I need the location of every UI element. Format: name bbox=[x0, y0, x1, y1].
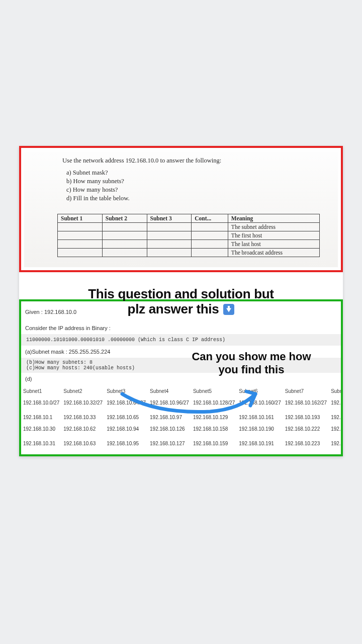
qth: Meaning bbox=[228, 214, 319, 222]
overlay2-line2: you find this bbox=[219, 363, 285, 376]
qth: Subnet 3 bbox=[147, 214, 192, 222]
question-table: Subnet 1 Subnet 2 Subnet 3 Cont... Meani… bbox=[57, 214, 320, 257]
table-row: 192.168.10.30 192.168.10.62 192.168.10.9… bbox=[21, 423, 343, 435]
table-header-row: Subnet1 Subnet2 Subnet3 Subnet4 Subnet5 … bbox=[21, 385, 343, 397]
qth: Subnet 1 bbox=[58, 214, 103, 222]
question-lead: Use the network address 192.168.10.0 to … bbox=[62, 157, 334, 165]
th: Subnet5 bbox=[191, 385, 237, 397]
q-item-c: c) How many hosts? bbox=[66, 186, 334, 194]
solution-frame: Given : 192.168.10.0 Consider the IP add… bbox=[19, 299, 343, 456]
question-list: a) Subnet mask? b) How many subnets? c) … bbox=[66, 169, 334, 203]
table-row: 192.168.10.0/27 192.168.10.32/27 192.168… bbox=[21, 397, 343, 409]
th: Subnet4 bbox=[148, 385, 191, 397]
th: Subne bbox=[329, 385, 343, 397]
th: Subnet6 bbox=[237, 385, 283, 397]
qth: Cont... bbox=[192, 214, 228, 222]
sub-overlay: Can you show me how you find this bbox=[171, 350, 332, 377]
th: Subnet1 bbox=[21, 385, 61, 397]
th: Subnet3 bbox=[105, 385, 148, 397]
subnet-table: Subnet1 Subnet2 Subnet3 Subnet4 Subnet5 … bbox=[21, 385, 343, 449]
headline-line2: plz answer this bbox=[128, 301, 219, 316]
binary-line: 11000000.10101000.00001010 .00000000 (Wh… bbox=[21, 334, 341, 346]
question-frame: Use the network address 192.168.10.0 to … bbox=[19, 146, 343, 272]
q-item-d: d) Fill in the table below. bbox=[66, 194, 334, 203]
qmean: The broadcast address bbox=[228, 248, 319, 257]
qmean: The first host bbox=[228, 231, 319, 239]
qth: Subnet 2 bbox=[102, 214, 147, 222]
down-arrow-icon bbox=[223, 304, 234, 315]
qmean: The subnet address bbox=[228, 222, 319, 231]
th: Subnet2 bbox=[61, 385, 105, 397]
q-item-b: b) How many subnets? bbox=[66, 177, 334, 186]
table-row: 192.168.10.31 192.168.10.63 192.168.10.9… bbox=[21, 435, 343, 449]
document-card: Use the network address 192.168.10.0 to … bbox=[19, 146, 343, 456]
th: Subnet7 bbox=[283, 385, 329, 397]
headline-overlay: This question and solution but plz answe… bbox=[19, 287, 343, 317]
consider-line: Consider the IP address in Binary : bbox=[21, 324, 341, 333]
qmean: The last host bbox=[228, 239, 319, 248]
q-item-a: a) Subnet mask? bbox=[66, 169, 334, 177]
table-row: 192.168.10.1 192.168.10.33 192.168.10.65… bbox=[21, 409, 343, 423]
overlay2-line1: Can you show me how bbox=[192, 350, 311, 363]
headline-line1: This question and solution but bbox=[88, 286, 274, 301]
scanned-page: Use the network address 192.168.10.0 to … bbox=[24, 152, 338, 267]
